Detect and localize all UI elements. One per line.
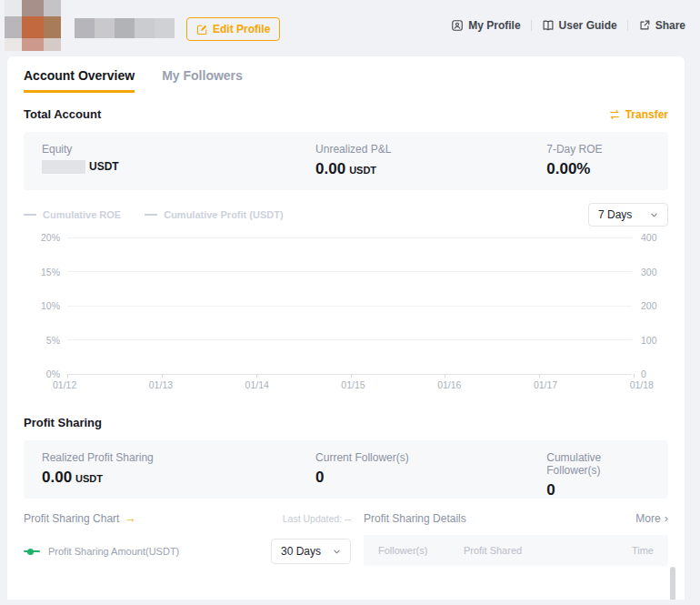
profit-sharing-details-title: Profit Sharing Details [364,512,466,525]
column-time: Time [598,545,654,556]
gridline [67,271,632,272]
legend-cumulative-profit[interactable]: Cumulative Profit (USDT) [145,209,283,220]
details-table-header: Follower(s) Profit Shared Time [364,535,668,566]
chevron-right-icon: › [665,511,668,525]
stat-label: Unrealized P&L [315,143,546,156]
profit-sharing-period-select[interactable]: 30 Days [271,539,351,564]
legend-label: Cumulative Profit (USDT) [164,209,283,220]
x-axis-tick: 01/17 [534,379,557,390]
profile-card-icon [451,19,464,32]
x-axis-tick: 01/18 [630,379,654,390]
stat-value: 0.00 [42,469,72,487]
profit-sharing-chart-label: Profit Sharing Chart [24,512,119,525]
legend-profit-sharing-amount[interactable]: Profit Sharing Amount(USDT) [24,546,179,557]
profit-sharing-details-panel: Profit Sharing Details More › Follower(s… [364,511,668,566]
profit-sharing-title: Profit Sharing [24,416,668,429]
stat-value: 0 [546,481,555,499]
y2-axis-tick: 300 [632,267,668,277]
stat-value: 0 [315,469,324,487]
stat-unrealized-pnl: Unrealized P&L 0.00 USDT [315,143,546,179]
line-dot-marker-icon [24,550,40,552]
transfer-label: Transfer [625,108,668,121]
my-profile-label: My Profile [468,19,520,32]
y-axis-tick: 10% [24,300,67,311]
selected-period: 7 Days [598,208,632,221]
arrow-right-icon: → [124,511,135,525]
selected-period: 30 Days [281,545,321,558]
column-profit-shared: Profit Shared [464,545,598,556]
tab-account-overview[interactable]: Account Overview [24,68,135,93]
divider [531,20,532,31]
gridline [67,306,632,307]
y-axis-tick: 0% [24,368,67,379]
column-followers: Follower(s) [378,545,464,556]
stat-label: 7-Day ROE [546,143,650,156]
my-profile-link[interactable]: My Profile [451,19,520,32]
stat-unit: USDT [75,473,103,484]
legend-label: Cumulative ROE [43,209,121,220]
y2-axis-tick: 100 [632,335,668,346]
more-link[interactable]: More › [635,511,668,525]
header-links: My Profile User Guide Share [451,19,685,32]
profit-sharing-chart-link[interactable]: Profit Sharing Chart → [24,511,135,525]
y-axis-tick: 20% [24,232,67,243]
performance-chart: 20% 400 15% 300 10% 200 5% 100 0% 0 [24,237,668,374]
more-label: More [635,512,660,525]
gridline [67,237,632,238]
stat-7day-roe: 7-Day ROE 0.00% [546,143,650,179]
share-link[interactable]: Share [638,19,685,32]
stat-label: Cumulative Follower(s) [546,451,650,477]
x-axis-labels: 01/12 01/13 01/14 01/15 01/16 01/17 01/1… [53,379,654,390]
redacted-username [75,18,175,38]
profit-sharing-stats: Realized Profit Sharing 0.00 USDT Curren… [24,440,668,499]
user-guide-label: User Guide [559,19,617,32]
line-marker-icon [24,214,36,216]
stat-value: 0.00% [546,160,590,178]
stat-cumulative-followers: Cumulative Follower(s) 0 [546,451,650,499]
share-label: Share [655,19,685,32]
y2-axis-tick: 200 [632,300,668,311]
x-axis-tick: 01/13 [149,379,173,390]
profile-header: Edit Profile My Profile User Guide [0,0,700,56]
chevron-down-icon [650,211,658,219]
transfer-icon [608,108,621,121]
book-icon [542,19,555,32]
stat-label: Equity [42,143,315,156]
x-axis-tick: 01/16 [437,379,461,390]
y-axis-tick: 5% [24,335,67,346]
stat-label: Realized Profit Sharing [42,451,315,464]
account-card: Account Overview My Followers Total Acco… [7,56,685,600]
user-guide-link[interactable]: User Guide [542,19,617,32]
stat-realized-profit-sharing: Realized Profit Sharing 0.00 USDT [42,451,315,499]
profit-sharing-chart-panel: Profit Sharing Chart → Last Updated: -- … [24,511,351,566]
y2-axis-tick: 400 [632,232,668,243]
transfer-button[interactable]: Transfer [608,108,668,121]
tab-my-followers[interactable]: My Followers [162,68,243,93]
legend-cumulative-roe[interactable]: Cumulative ROE [24,209,121,220]
avatar [5,0,61,51]
roe-period-select[interactable]: 7 Days [588,203,668,227]
tab-bar: Account Overview My Followers [24,68,668,93]
chart-legend: Cumulative ROE Cumulative Profit (USDT) [24,209,284,220]
stat-current-followers: Current Follower(s) 0 [315,451,546,499]
gridline [67,339,632,340]
line-marker-icon [145,214,157,216]
stat-unit: USDT [349,165,376,176]
total-account-stats: Equity USDT Unrealized P&L 0.00 USDT 7-D… [24,132,668,190]
edit-profile-label: Edit Profile [213,23,270,35]
stat-value: 0.00 [315,160,345,178]
stat-label: Current Follower(s) [315,451,546,464]
chevron-down-icon [333,548,341,556]
details-scrollbar[interactable] [670,567,675,600]
redacted-equity-value [42,160,85,174]
stat-equity: Equity USDT [42,143,315,179]
last-updated-text: Last Updated: -- [283,513,351,524]
edit-icon [196,24,208,35]
x-axis-tick: 01/14 [245,379,269,390]
share-icon [638,19,651,32]
x-axis-ticks [67,374,634,378]
edit-profile-button[interactable]: Edit Profile [186,17,280,41]
stat-unit: USDT [89,160,119,173]
total-account-title: Total Account [24,107,101,121]
y2-axis-tick: 0 [632,368,668,379]
